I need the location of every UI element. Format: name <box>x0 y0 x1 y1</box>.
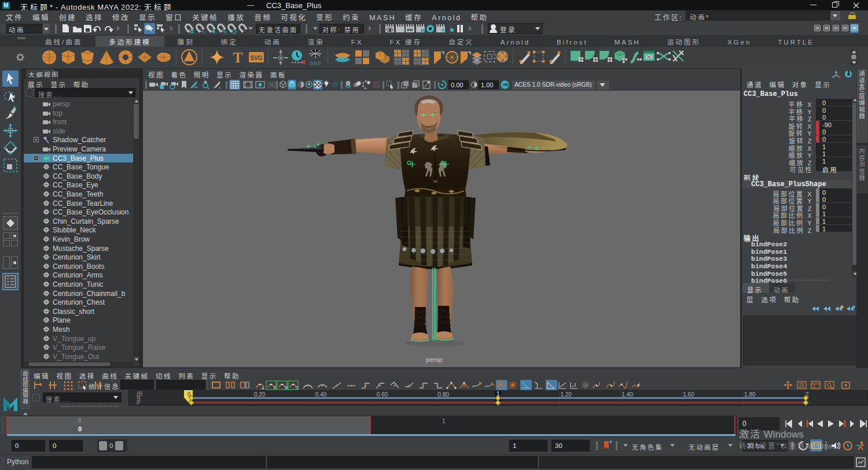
svg-text:0,0,0: 0,0,0 <box>310 61 321 66</box>
svg-text:A: A <box>262 386 264 390</box>
svg-text:C: C <box>296 386 299 390</box>
svg-text:SVG: SVG <box>250 55 262 61</box>
svg-text:T: T <box>233 49 242 66</box>
